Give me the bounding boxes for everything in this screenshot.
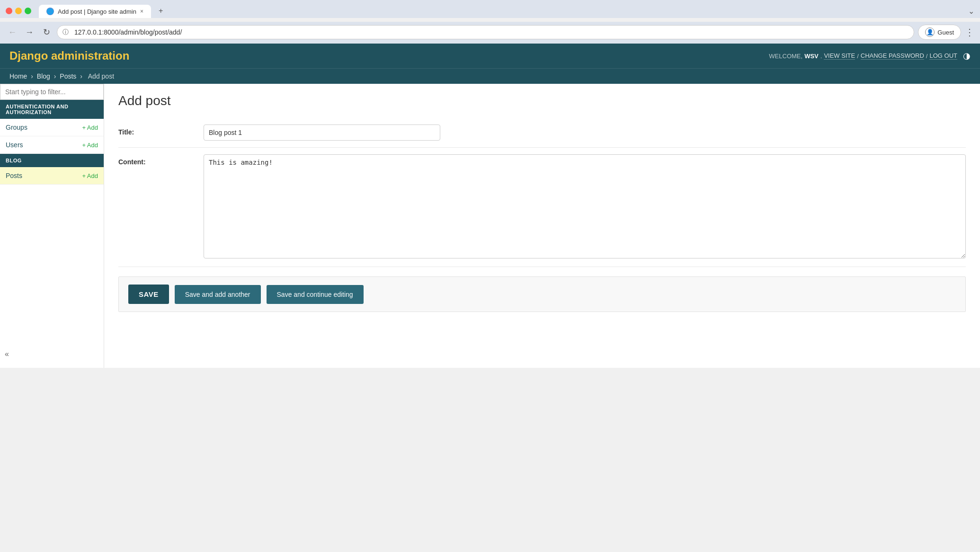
- forward-button[interactable]: →: [23, 26, 36, 39]
- breadcrumb-blog[interactable]: Blog: [37, 72, 50, 80]
- sidebar: AUTHENTICATION AND AUTHORIZATION Groups …: [0, 84, 104, 368]
- sidebar-groups-add-link[interactable]: + Add: [82, 124, 98, 131]
- sidebar-section-auth: AUTHENTICATION AND AUTHORIZATION: [0, 100, 104, 119]
- browser-tab[interactable]: Add post | Django site admin ×: [39, 5, 151, 18]
- sidebar-item-users-label: Users: [6, 141, 23, 149]
- sidebar-item-posts[interactable]: Posts + Add: [0, 167, 104, 185]
- title-field-container: [204, 125, 966, 141]
- traffic-light-green[interactable]: [25, 8, 31, 14]
- welcome-text: WELCOME,: [769, 53, 802, 60]
- content-field-container: This is amazing!: [204, 154, 966, 260]
- breadcrumb-home[interactable]: Home: [9, 72, 27, 80]
- profile-label: Guest: [937, 29, 954, 36]
- tab-title: Add post | Django site admin: [58, 8, 136, 15]
- change-password-link[interactable]: CHANGE PASSWORD: [861, 52, 924, 60]
- admin-title[interactable]: Django administration: [9, 49, 129, 62]
- page-title: Add post: [118, 93, 966, 108]
- sidebar-item-posts-label: Posts: [6, 172, 22, 179]
- content-area: Add post Title: Content: This is amazing…: [104, 84, 980, 368]
- browser-menu-button[interactable]: ⋮: [965, 27, 974, 38]
- sidebar-collapse-button[interactable]: «: [5, 350, 9, 358]
- title-label: Title:: [118, 125, 204, 136]
- view-site-link[interactable]: VIEW SITE: [824, 52, 855, 60]
- profile-icon: 👤: [925, 27, 935, 37]
- sidebar-item-groups[interactable]: Groups + Add: [0, 119, 104, 136]
- add-post-form: Title: Content: This is amazing!: [118, 118, 966, 267]
- profile-button[interactable]: 👤 Guest: [918, 25, 961, 40]
- breadcrumb-sep-1: ›: [31, 72, 33, 80]
- tab-favicon: [46, 8, 54, 15]
- back-button[interactable]: ←: [6, 26, 19, 39]
- username: WSV: [804, 53, 819, 60]
- save-continue-editing-button[interactable]: Save and continue editing: [267, 285, 364, 304]
- content-label: Content:: [118, 154, 204, 166]
- content-textarea[interactable]: This is amazing!: [204, 154, 966, 258]
- title-form-row: Title:: [118, 118, 966, 148]
- breadcrumb-posts[interactable]: Posts: [60, 72, 76, 80]
- breadcrumb-current: Add post: [88, 72, 114, 80]
- sidebar-filter-input[interactable]: [0, 84, 104, 100]
- user-tools: WELCOME, WSV. VIEW SITE / CHANGE PASSWOR…: [769, 51, 971, 61]
- log-out-link[interactable]: LOG OUT: [929, 52, 957, 60]
- sidebar-users-add-link[interactable]: + Add: [82, 142, 98, 149]
- title-input[interactable]: [204, 125, 440, 141]
- tab-close-button[interactable]: ×: [140, 8, 143, 15]
- sidebar-item-users[interactable]: Users + Add: [0, 136, 104, 154]
- submit-row: SAVE Save and add another Save and conti…: [118, 276, 966, 312]
- sidebar-section-blog: BLOG: [0, 154, 104, 167]
- sidebar-posts-add-link[interactable]: + Add: [82, 172, 98, 179]
- breadcrumb-sep-3: ›: [80, 72, 82, 80]
- url-security-icon: ⓘ: [62, 28, 69, 36]
- url-input[interactable]: [57, 25, 914, 39]
- save-button[interactable]: SAVE: [128, 285, 169, 304]
- content-form-row: Content: This is amazing!: [118, 148, 966, 267]
- reload-button[interactable]: ↻: [40, 26, 53, 39]
- breadcrumb-sep-2: ›: [54, 72, 56, 80]
- traffic-light-yellow[interactable]: [15, 8, 22, 14]
- new-tab-button[interactable]: +: [153, 4, 169, 18]
- save-add-another-button[interactable]: Save and add another: [175, 285, 261, 304]
- breadcrumb: Home › Blog › Posts › Add post: [9, 72, 971, 80]
- expand-button[interactable]: ⌄: [968, 7, 974, 16]
- sidebar-item-groups-label: Groups: [6, 124, 27, 131]
- traffic-light-red[interactable]: [6, 8, 12, 14]
- theme-toggle-button[interactable]: ◑: [963, 51, 971, 61]
